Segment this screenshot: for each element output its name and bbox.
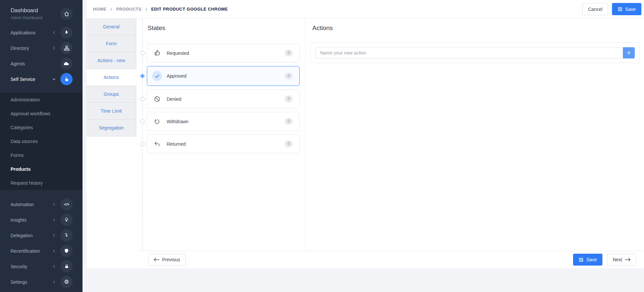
new-action-box: +: [310, 43, 640, 63]
state-card-returned[interactable]: Returned 0: [147, 134, 300, 153]
states-list: Requested 0 Approved 0: [136, 44, 305, 153]
check-icon: [152, 71, 162, 81]
submenu-item-categories[interactable]: Categories: [0, 121, 83, 134]
state-count-badge: 0: [285, 95, 293, 102]
previous-button[interactable]: Previous: [148, 254, 186, 266]
tab-form[interactable]: Form: [86, 35, 136, 52]
submenu-item-products[interactable]: Products: [0, 162, 83, 176]
sidebar-item-right: [52, 260, 73, 273]
chevron-left-icon: [52, 249, 56, 253]
sidebar-item-right: [52, 229, 73, 241]
submenu-item-approval-workflows[interactable]: Approval workflows: [0, 107, 83, 121]
sidebar-item-right: [60, 57, 73, 70]
footer-right-actions: Save Next: [573, 254, 636, 266]
submenu-item-request-history[interactable]: Request history: [0, 176, 83, 190]
cancel-button[interactable]: Cancel: [582, 3, 608, 15]
state-radio-approved[interactable]: [140, 74, 145, 78]
breadcrumb-current-page: EDIT PRODUCT GOOGLE CHROME: [151, 7, 228, 12]
actions-panel: Actions +: [305, 18, 644, 251]
submenu-item-administration[interactable]: Administration: [0, 93, 83, 107]
tab-groups[interactable]: Groups: [86, 86, 136, 103]
save-button[interactable]: Save: [612, 3, 641, 15]
sidebar-item-right: </>: [52, 198, 73, 210]
main-area: HOME PRODUCTS EDIT PRODUCT GOOGLE CHROME…: [83, 0, 644, 292]
submenu-item-forms[interactable]: Forms: [0, 148, 83, 162]
hand-pointer-icon: [60, 73, 73, 85]
sidebar-item-applications[interactable]: Applications: [0, 25, 83, 40]
sidebar-item-label: Applications: [11, 30, 36, 35]
chevron-down-icon: [52, 77, 56, 81]
sidebar-bottom-group: Automation </> Insights Delegation: [0, 197, 83, 290]
states-panel: States Requested 0: [136, 18, 305, 251]
topbar-actions: Cancel Save: [582, 3, 641, 15]
shield-icon: [60, 245, 73, 257]
sidebar-item-right: ⚙: [52, 276, 73, 288]
chevron-left-icon: [52, 202, 56, 206]
code-icon: </>: [60, 198, 73, 210]
self-service-submenu: Administration Approval workflows Catego…: [0, 93, 83, 190]
arrow-left-icon: [154, 257, 159, 262]
submenu-item-data-sources[interactable]: Data sources: [0, 134, 83, 148]
state-card-requested[interactable]: Requested 0: [147, 44, 300, 62]
tab-general[interactable]: General: [86, 18, 136, 35]
sidebar-item-right: [52, 214, 73, 226]
state-row-denied: Denied 0: [147, 90, 300, 108]
tab-actions[interactable]: Actions: [86, 69, 136, 86]
new-action-input[interactable]: [315, 47, 623, 58]
sidebar-item-security[interactable]: Security: [0, 259, 83, 274]
chevron-left-icon: [52, 265, 56, 268]
level-down-icon: [60, 229, 73, 241]
next-button[interactable]: Next: [607, 254, 636, 266]
sidebar-item-recertification[interactable]: Recertification: [0, 243, 83, 259]
sidebar-item-settings[interactable]: Settings ⚙: [0, 274, 83, 290]
state-card-withdrawn[interactable]: Withdrawn 0: [147, 112, 300, 131]
breadcrumb: HOME PRODUCTS EDIT PRODUCT GOOGLE CHROME: [93, 6, 228, 12]
state-radio-withdrawn[interactable]: [140, 119, 145, 124]
sidebar-item-label: Agents: [11, 61, 25, 66]
arrow-right-icon: [625, 257, 630, 262]
sidebar-item-label: Recertification: [11, 248, 40, 254]
tab-actions-new[interactable]: Actions - new: [86, 52, 136, 69]
sidebar-item-label: Settings: [11, 279, 27, 285]
breadcrumb-home[interactable]: HOME: [93, 7, 107, 12]
state-count-badge: 0: [285, 50, 293, 56]
rocket-icon: [60, 26, 73, 39]
state-card-approved[interactable]: Approved 0: [147, 66, 300, 86]
state-radio-denied[interactable]: [140, 97, 145, 101]
sidebar-item-label: Delegation: [11, 233, 33, 238]
sidebar-item-delegation[interactable]: Delegation: [0, 228, 83, 243]
state-card-denied[interactable]: Denied 0: [147, 90, 300, 108]
add-action-button[interactable]: +: [623, 47, 635, 58]
state-label: Withdrawn: [167, 119, 188, 124]
sidebar-titles: Dashboard Admin Dashboard: [11, 7, 60, 20]
dashboard-title: Dashboard: [11, 7, 60, 14]
sidebar-item-label: Insights: [11, 217, 26, 223]
state-radio-returned[interactable]: [140, 142, 145, 146]
previous-button-label: Previous: [162, 257, 180, 262]
save-button-label: Save: [625, 7, 636, 12]
tab-segregation[interactable]: Segregation: [86, 120, 136, 136]
chevron-right-icon: [110, 6, 113, 12]
card-footer: Previous Save Next: [136, 251, 644, 268]
chevron-left-icon: [52, 218, 56, 222]
app-root: Dashboard Admin Dashboard Applications D…: [0, 0, 644, 292]
dashboard-subtitle: Admin Dashboard: [11, 16, 60, 20]
tab-time-limit[interactable]: Time Limit: [86, 103, 136, 120]
sidebar-item-insights[interactable]: Insights: [0, 212, 83, 228]
sidebar-item-agents[interactable]: Agents: [0, 56, 83, 71]
sidebar-item-automation[interactable]: Automation </>: [0, 197, 83, 212]
footer-save-button[interactable]: Save: [573, 254, 602, 266]
sidebar-header: Dashboard Admin Dashboard: [0, 0, 83, 25]
sitemap-icon: [60, 42, 73, 54]
state-label: Approved: [167, 73, 186, 79]
breadcrumb-products[interactable]: PRODUCTS: [116, 7, 142, 12]
sidebar-item-self-service[interactable]: Self Service: [0, 71, 83, 87]
state-count-badge: 0: [285, 140, 293, 147]
sidebar: Dashboard Admin Dashboard Applications D…: [0, 0, 83, 292]
state-row-withdrawn: Withdrawn 0: [147, 112, 300, 131]
sidebar-item-directory[interactable]: Directory: [0, 40, 83, 56]
actions-title: Actions: [312, 24, 644, 32]
home-button[interactable]: [60, 8, 73, 20]
state-radio-requested[interactable]: [140, 51, 145, 55]
states-title: States: [148, 24, 305, 32]
